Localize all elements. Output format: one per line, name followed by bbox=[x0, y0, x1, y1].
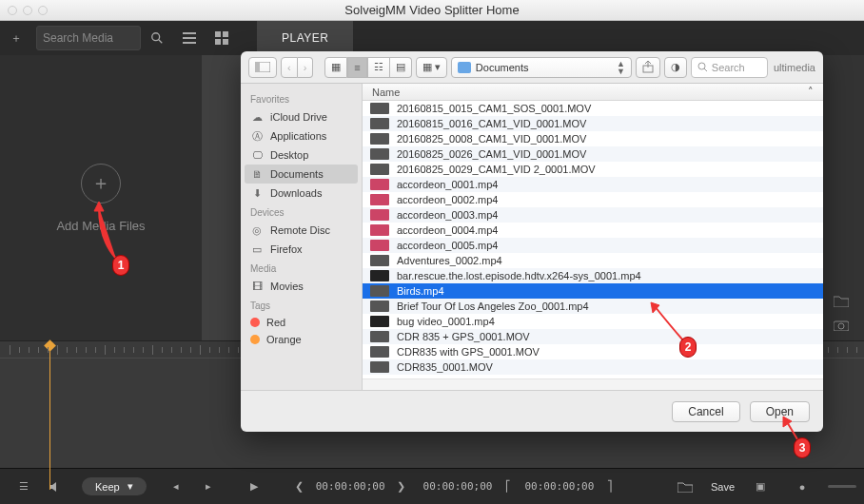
svg-rect-8 bbox=[223, 39, 228, 45]
add-media-button[interactable]: ＋ bbox=[81, 164, 121, 204]
sidebar-item-movies[interactable]: 🎞Movies bbox=[241, 277, 362, 296]
column-header[interactable]: Name ˄ bbox=[363, 84, 823, 101]
file-name: CDR835_0001.MOV bbox=[397, 361, 493, 373]
orange-dot-icon bbox=[250, 335, 260, 344]
play-icon[interactable]: ▶ bbox=[238, 474, 270, 500]
sidebar-head-devices: Devices bbox=[241, 203, 362, 221]
tags-icon[interactable]: ◑ bbox=[664, 57, 687, 78]
file-row[interactable]: accordeon_0003.mp4 bbox=[363, 207, 823, 223]
file-row[interactable]: 20160815_0015_CAM1_SOS_0001.MOV bbox=[363, 101, 823, 116]
coverflow-view-icon[interactable]: ▤ bbox=[390, 57, 412, 78]
view-mode-segmented[interactable]: ▦ ≡ ☷ ▤ bbox=[324, 57, 411, 78]
list-view-icon[interactable]: ≡ bbox=[347, 57, 366, 78]
record-icon[interactable]: ● bbox=[786, 474, 818, 500]
file-thumb-icon bbox=[370, 209, 389, 221]
path-dropdown[interactable]: Documents ▲▼ bbox=[451, 57, 632, 78]
file-thumb-icon bbox=[370, 194, 389, 205]
nav-back-button[interactable]: ‹ bbox=[281, 57, 298, 78]
open-folder-icon[interactable] bbox=[669, 474, 701, 500]
dialog-search-input[interactable]: Search bbox=[691, 57, 768, 78]
step-fwd-icon[interactable]: ❯ bbox=[385, 474, 418, 500]
file-row[interactable]: accordeon_0002.mp4 bbox=[363, 192, 823, 207]
file-row[interactable]: CDR 835 + GPS_0001.MOV bbox=[363, 329, 823, 344]
cancel-button[interactable]: Cancel bbox=[672, 401, 739, 422]
svg-point-10 bbox=[838, 323, 844, 329]
sidebar-tag-red[interactable]: Red bbox=[241, 314, 362, 331]
set-out-icon[interactable]: ⎤ bbox=[594, 474, 626, 500]
sidebar-toggle-icon[interactable] bbox=[248, 57, 277, 78]
playhead-marker[interactable] bbox=[49, 341, 54, 350]
file-thumb-icon bbox=[370, 346, 389, 358]
keep-mode-toggle[interactable]: Keep▾ bbox=[82, 477, 147, 495]
grid-view-icon[interactable] bbox=[206, 25, 238, 51]
icon-view-icon[interactable]: ▦ bbox=[324, 57, 347, 78]
sidebar-head-tags: Tags bbox=[241, 296, 362, 314]
timecode-end: 00:00:00;00 bbox=[524, 480, 594, 493]
prev-marker-icon[interactable]: ◂ bbox=[160, 474, 192, 500]
volume-icon[interactable] bbox=[40, 474, 72, 500]
file-name: accordeon_0001.mp4 bbox=[397, 179, 498, 190]
search-icon[interactable] bbox=[141, 25, 173, 51]
file-row[interactable]: Adventures_0002.mp4 bbox=[363, 253, 823, 268]
file-thumb-icon bbox=[370, 240, 389, 251]
add-button[interactable]: ＋ bbox=[0, 25, 32, 51]
file-row[interactable]: 20160815_0016_CAM1_VID_0001.MOV bbox=[363, 116, 823, 131]
save-mode-icon[interactable]: ▣ bbox=[744, 474, 776, 500]
list-view-icon[interactable] bbox=[173, 25, 206, 51]
file-name: bug video_0001.mp4 bbox=[397, 316, 495, 327]
file-row[interactable]: 20160825_0029_CAM1_VID 2_0001.MOV bbox=[363, 162, 823, 177]
save-button[interactable]: Save bbox=[711, 481, 735, 493]
sidebar-tag-orange[interactable]: Orange bbox=[241, 331, 362, 348]
share-icon[interactable] bbox=[636, 57, 660, 78]
file-row[interactable]: 20160825_0026_CAM1_VID_0001.MOV bbox=[363, 146, 823, 162]
camera-icon[interactable] bbox=[830, 314, 853, 337]
timecode-start: 00:00:00;00 bbox=[316, 480, 385, 493]
sidebar-item-downloads[interactable]: ⬇Downloads bbox=[241, 184, 362, 203]
next-marker-icon[interactable]: ▸ bbox=[192, 474, 225, 500]
file-row[interactable]: bug video_0001.mp4 bbox=[363, 314, 823, 329]
menu-icon[interactable]: ☰ bbox=[8, 474, 40, 500]
sidebar-item-icloud[interactable]: ☁iCloud Drive bbox=[241, 107, 362, 126]
file-list[interactable]: 20160815_0015_CAM1_SOS_0001.MOV20160815_… bbox=[363, 101, 823, 378]
sidebar-item-apps[interactable]: ⒶApplications bbox=[241, 126, 362, 145]
sidebar-item-documents[interactable]: 🗎Documents bbox=[245, 165, 358, 184]
search-input[interactable]: Search Media bbox=[36, 26, 141, 50]
svg-rect-5 bbox=[215, 31, 221, 37]
sidebar-item-desktop[interactable]: 🖵Desktop bbox=[241, 145, 362, 165]
file-row[interactable]: Brief Tour Of Los Angeles Zoo_0001.mp4 bbox=[363, 299, 823, 314]
dialog-footer: Cancel Open bbox=[241, 390, 823, 432]
folder-icon bbox=[458, 62, 471, 73]
media-panel: ＋ Add Media Files bbox=[0, 55, 202, 340]
file-pane: Name ˄ 20160815_0015_CAM1_SOS_0001.MOV20… bbox=[363, 84, 823, 390]
search-placeholder: Search Media bbox=[43, 31, 113, 45]
trailing-label: ultimedia bbox=[774, 62, 815, 73]
open-button[interactable]: Open bbox=[750, 401, 810, 422]
horizontal-scrollbar[interactable] bbox=[363, 378, 823, 390]
step-back-icon[interactable]: ❮ bbox=[284, 474, 316, 500]
file-row[interactable]: CDR835_0001.MOV bbox=[363, 359, 823, 375]
column-view-icon[interactable]: ☷ bbox=[367, 57, 390, 78]
sidebar-item-firefox[interactable]: ▭Firefox bbox=[241, 240, 362, 259]
arrange-menu[interactable]: ▦ ▾ bbox=[416, 57, 447, 78]
file-row[interactable]: accordeon_0004.mp4 bbox=[363, 223, 823, 238]
file-name: Brief Tour Of Los Angeles Zoo_0001.mp4 bbox=[397, 300, 589, 312]
file-row[interactable]: bar.rescue.the.lost.episode.hdtv.x264-sy… bbox=[363, 268, 823, 283]
svg-rect-4 bbox=[183, 42, 196, 44]
updown-icon: ▲▼ bbox=[617, 60, 625, 75]
apps-icon: Ⓐ bbox=[250, 129, 264, 143]
file-row[interactable]: Birds.mp4 bbox=[363, 283, 823, 299]
file-thumb-icon bbox=[370, 361, 389, 373]
file-row[interactable]: accordeon_0005.mp4 bbox=[363, 238, 823, 253]
zoom-slider[interactable] bbox=[828, 485, 856, 488]
traffic-lights[interactable] bbox=[8, 6, 48, 15]
file-row[interactable]: CDR835 with GPS_0001.MOV bbox=[363, 344, 823, 359]
file-row[interactable]: 20160825_0008_CAM1_VID_0001.MOV bbox=[363, 131, 823, 146]
tab-player[interactable]: PLAYER bbox=[257, 21, 353, 55]
folder-icon[interactable] bbox=[830, 289, 853, 312]
file-row[interactable]: accordeon_0001.mp4 bbox=[363, 177, 823, 192]
set-in-icon[interactable]: ⎡ bbox=[492, 474, 524, 500]
file-name: accordeon_0005.mp4 bbox=[397, 240, 498, 251]
documents-icon: 🗎 bbox=[250, 167, 264, 181]
nav-forward-button[interactable]: › bbox=[298, 57, 314, 78]
sidebar-item-remote[interactable]: ◎Remote Disc bbox=[241, 221, 362, 240]
